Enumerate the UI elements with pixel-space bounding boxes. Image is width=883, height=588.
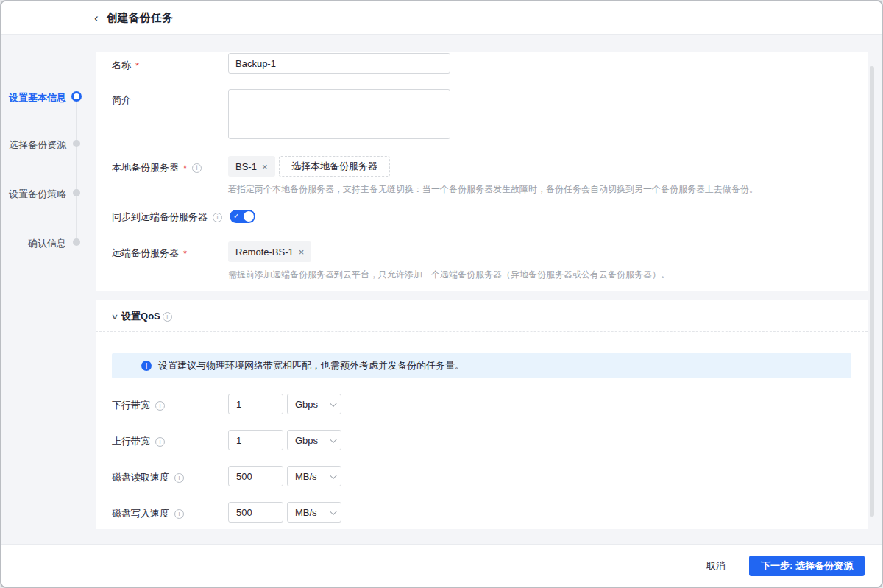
create-backup-task-window: ‹ 创建备份任务 设置基本信息 选择备份资源 设置备份策略 确认信息 名称* 简… <box>0 0 883 588</box>
uplink-bandwidth-row: 上行带宽 i Gbps <box>96 430 868 450</box>
stepper-line <box>76 97 77 243</box>
required-mark: * <box>183 163 187 174</box>
info-icon[interactable]: i <box>174 473 184 483</box>
disk-read-speed-input[interactable] <box>228 466 283 486</box>
info-icon[interactable]: i <box>155 437 165 447</box>
wizard-stepper: 设置基本信息 选择备份资源 设置备份策略 确认信息 <box>1 35 96 256</box>
disk-write-speed-row: 磁盘写入速度 i MB/s <box>96 502 868 523</box>
step-indicator <box>71 91 82 102</box>
close-icon[interactable]: × <box>262 162 268 171</box>
remote-server-helper-text: 需提前添加远端备份服务器到云平台，只允许添加一个远端备份服务器（异地备份服务器或… <box>228 269 670 281</box>
step-label: 确认信息 <box>1 237 66 250</box>
info-icon[interactable]: i <box>174 509 184 519</box>
downlink-bandwidth-row: 下行带宽 i Gbps <box>96 394 868 414</box>
name-input[interactable] <box>228 53 450 74</box>
info-icon[interactable]: i <box>155 401 165 411</box>
unit-value: MB/s <box>295 471 317 482</box>
disk-read-speed-label: 磁盘读取速度 i <box>112 471 184 484</box>
required-mark: * <box>135 60 139 71</box>
sync-remote-label: 同步到远端备份服务器 i <box>112 210 222 224</box>
qos-banner-text: 设置建议与物理环境网络带宽相匹配，也需额外考虑并发备份的任务量。 <box>158 359 464 372</box>
remote-server-tag-label: Remote-BS-1 <box>235 247 294 258</box>
step-basic-info[interactable]: 设置基本信息 <box>1 91 96 102</box>
disk-read-speed-unit-select[interactable]: MB/s <box>287 466 341 486</box>
disk-write-speed-unit-select[interactable]: MB/s <box>287 502 341 523</box>
page-header: ‹ 创建备份任务 <box>1 1 882 35</box>
required-mark: * <box>183 248 187 259</box>
local-backup-server-label: 本地备份服务器* i <box>112 161 202 174</box>
qos-info-banner: i 设置建议与物理环境网络带宽相匹配，也需额外考虑并发备份的任务量。 <box>112 353 851 378</box>
vertical-scrollbar[interactable] <box>870 66 874 517</box>
page-title: 创建备份任务 <box>107 11 173 25</box>
step-label: 选择备份资源 <box>1 138 66 152</box>
step-select-resources[interactable]: 选择备份资源 <box>1 138 96 149</box>
chevron-down-icon <box>330 400 337 407</box>
info-icon[interactable]: i <box>163 312 172 322</box>
footer-action-bar: 取消 下一步: 选择备份资源 <box>1 544 882 587</box>
qos-section-toggle[interactable]: ∨ 设置QoS i <box>112 310 172 323</box>
local-server-tag: BS-1 × <box>228 156 275 177</box>
sync-remote-toggle[interactable]: ✓ <box>230 210 255 223</box>
uplink-bandwidth-label: 上行带宽 i <box>112 435 165 448</box>
chevron-down-icon <box>330 436 337 443</box>
basic-info-card: 名称* 简介 本地备份服务器* i BS-1 × 选择本地备份服务器 若指定两个… <box>96 52 868 291</box>
uplink-bandwidth-unit-select[interactable]: Gbps <box>287 430 341 450</box>
disk-write-speed-input[interactable] <box>228 502 283 523</box>
info-icon[interactable]: i <box>192 163 202 173</box>
downlink-bandwidth-input[interactable] <box>228 394 283 414</box>
check-icon: ✓ <box>233 211 239 222</box>
description-textarea[interactable] <box>228 89 450 139</box>
downlink-bandwidth-unit-select[interactable]: Gbps <box>287 394 341 414</box>
disk-write-speed-label: 磁盘写入速度 i <box>112 507 184 520</box>
qos-section-title: 设置QoS <box>121 310 160 323</box>
unit-value: MB/s <box>295 507 317 518</box>
info-icon[interactable]: i <box>213 213 222 222</box>
step-label: 设置基本信息 <box>1 91 66 105</box>
chevron-down-icon <box>330 508 337 515</box>
next-step-button[interactable]: 下一步: 选择备份资源 <box>749 556 865 576</box>
unit-value: Gbps <box>295 435 318 446</box>
back-icon[interactable]: ‹ <box>94 12 99 24</box>
cancel-button[interactable]: 取消 <box>706 559 726 573</box>
select-local-server-button[interactable]: 选择本地备份服务器 <box>279 156 390 177</box>
remote-server-tag: Remote-BS-1 × <box>228 241 311 262</box>
step-backup-policy[interactable]: 设置备份策略 <box>1 187 96 199</box>
disk-read-speed-row: 磁盘读取速度 i MB/s <box>96 466 868 486</box>
info-icon: i <box>141 361 152 371</box>
step-confirm-info[interactable]: 确认信息 <box>1 236 96 248</box>
local-server-helper-text: 若指定两个本地备份服务器，支持主备无缝切换：当一个备份服务器发生故障时，备份任务… <box>228 183 758 196</box>
step-label: 设置备份策略 <box>1 188 66 201</box>
toggle-knob <box>244 211 254 222</box>
qos-card: ∨ 设置QoS i i 设置建议与物理环境网络带宽相匹配，也需额外考虑并发备份的… <box>96 300 868 529</box>
local-server-tag-label: BS-1 <box>235 161 257 172</box>
downlink-bandwidth-label: 下行带宽 i <box>112 399 165 412</box>
description-label: 简介 <box>112 93 131 107</box>
step-indicator <box>73 189 80 196</box>
step-indicator <box>73 238 80 246</box>
chevron-down-icon: ∨ <box>111 312 118 322</box>
remote-backup-server-label: 远端备份服务器* <box>112 247 187 260</box>
unit-value: Gbps <box>295 399 318 410</box>
close-icon[interactable]: × <box>299 247 305 257</box>
chevron-down-icon <box>330 472 337 479</box>
section-divider <box>96 331 868 332</box>
step-indicator <box>73 140 80 147</box>
uplink-bandwidth-input[interactable] <box>228 430 283 450</box>
name-label: 名称* <box>112 59 139 72</box>
